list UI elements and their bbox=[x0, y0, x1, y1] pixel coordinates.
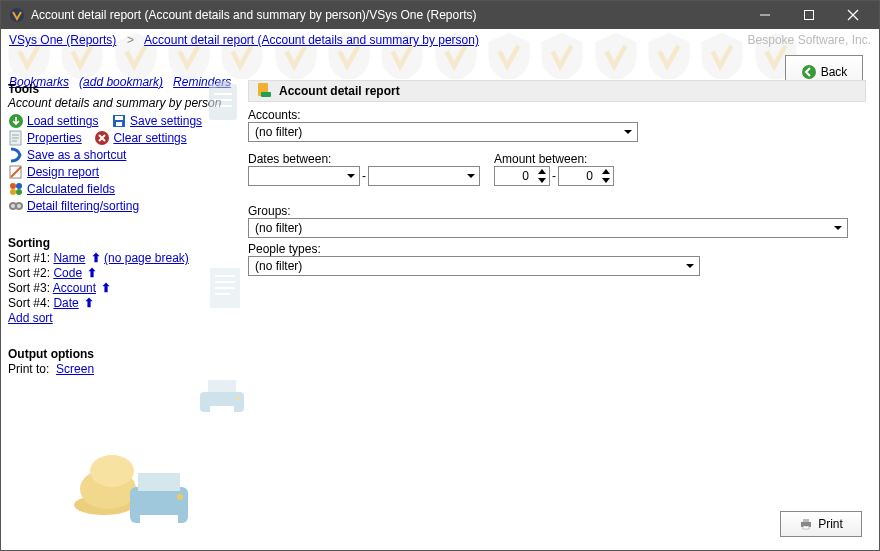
tools-heading: Tools bbox=[8, 82, 238, 96]
sort-row-3: Sort #3: Account ⬆ bbox=[8, 281, 238, 295]
breadcrumb-root[interactable]: VSys One (Reports) bbox=[9, 33, 116, 47]
people-types-value: (no filter) bbox=[255, 259, 302, 273]
sort-prefix: Sort #3: bbox=[8, 281, 50, 295]
accounts-combo[interactable]: (no filter) bbox=[248, 122, 638, 142]
accounts-value: (no filter) bbox=[255, 125, 302, 139]
groups-combo[interactable]: (no filter) bbox=[248, 218, 848, 238]
amount-to-input[interactable] bbox=[558, 166, 614, 186]
sort-field[interactable]: Code bbox=[53, 266, 82, 280]
window-title: Account detail report (Account details a… bbox=[31, 8, 743, 22]
sort-row-4: Sort #4: Date ⬆ bbox=[8, 296, 238, 310]
spin-buttons[interactable] bbox=[599, 167, 613, 185]
save-shortcut-link[interactable]: Save as a shortcut bbox=[27, 148, 126, 162]
accounts-label: Accounts: bbox=[248, 108, 866, 122]
svg-point-19 bbox=[236, 396, 240, 400]
load-settings-icon bbox=[8, 113, 24, 129]
add-sort-link[interactable]: Add sort bbox=[8, 311, 53, 325]
properties-icon bbox=[8, 130, 24, 146]
amount-from-input[interactable] bbox=[494, 166, 550, 186]
header-band: VSys One (Reports) > Account detail repo… bbox=[1, 29, 879, 79]
print-to-value[interactable]: Screen bbox=[56, 362, 94, 376]
date-from-input[interactable] bbox=[248, 166, 360, 186]
svg-rect-48 bbox=[261, 92, 271, 97]
people-types-label: People types: bbox=[248, 242, 866, 256]
sort-prefix: Sort #2: bbox=[8, 266, 50, 280]
content: Tools Account details and summary by per… bbox=[0, 76, 880, 551]
properties-link[interactable]: Properties bbox=[27, 131, 82, 145]
spin-buttons[interactable] bbox=[535, 167, 549, 185]
svg-rect-24 bbox=[138, 473, 180, 491]
amount-label: Amount between: bbox=[494, 152, 614, 166]
design-report-icon bbox=[8, 164, 24, 180]
svg-rect-50 bbox=[803, 519, 809, 522]
calculated-fields-icon bbox=[8, 181, 24, 197]
print-to-label: Print to: bbox=[8, 362, 49, 376]
svg-rect-18 bbox=[210, 406, 234, 420]
svg-point-22 bbox=[90, 455, 134, 487]
sort-field[interactable]: Date bbox=[53, 296, 78, 310]
sorting-heading: Sorting bbox=[8, 236, 238, 250]
sort-field[interactable]: Account bbox=[53, 281, 96, 295]
breadcrumb-current[interactable]: Account detail report (Account details a… bbox=[144, 33, 479, 47]
company-label: Bespoke Software, Inc. bbox=[748, 33, 871, 47]
detail-filtering-icon bbox=[8, 198, 24, 214]
minimize-button[interactable] bbox=[743, 1, 787, 29]
amount-separator: - bbox=[550, 169, 558, 183]
spin-down-icon[interactable] bbox=[599, 176, 613, 185]
people-types-combo[interactable]: (no filter) bbox=[248, 256, 700, 276]
amount-from-value[interactable] bbox=[495, 169, 531, 183]
chevron-down-icon bbox=[343, 171, 359, 181]
amount-to-value[interactable] bbox=[559, 169, 595, 183]
svg-point-26 bbox=[177, 494, 183, 500]
sidebar: Tools Account details and summary by per… bbox=[0, 76, 244, 551]
output-heading: Output options bbox=[8, 347, 238, 361]
sort-field[interactable]: Name bbox=[53, 251, 85, 265]
groups-label: Groups: bbox=[248, 204, 866, 218]
load-settings-link[interactable]: Load settings bbox=[27, 114, 98, 128]
design-report-link[interactable]: Design report bbox=[27, 165, 99, 179]
maximize-button[interactable] bbox=[787, 1, 831, 29]
sort-asc-icon[interactable]: ⬆ bbox=[89, 251, 101, 265]
spin-up-icon[interactable] bbox=[599, 167, 613, 176]
dates-label: Dates between: bbox=[248, 152, 480, 166]
printer-icon bbox=[799, 517, 813, 531]
clear-settings-icon bbox=[94, 130, 110, 146]
detail-filtering-link[interactable]: Detail filtering/sorting bbox=[27, 199, 139, 213]
save-settings-link[interactable]: Save settings bbox=[130, 114, 202, 128]
sort-prefix: Sort #4: bbox=[8, 296, 50, 310]
save-shortcut-icon bbox=[8, 147, 24, 163]
sort-page-break[interactable]: (no page break) bbox=[104, 251, 189, 265]
sort-asc-icon[interactable]: ⬆ bbox=[99, 281, 111, 295]
date-to-input[interactable] bbox=[368, 166, 480, 186]
main-panel: Account detail report Accounts: (no filt… bbox=[244, 76, 880, 551]
chevron-down-icon bbox=[681, 257, 699, 275]
sort-asc-icon[interactable]: ⬆ bbox=[85, 266, 97, 280]
print-button[interactable]: Print bbox=[780, 511, 862, 537]
svg-point-46 bbox=[17, 204, 21, 208]
panel-title: Account detail report bbox=[279, 84, 400, 98]
groups-value: (no filter) bbox=[255, 221, 302, 235]
panel-header: Account detail report bbox=[248, 80, 866, 102]
spin-down-icon[interactable] bbox=[535, 176, 549, 185]
svg-point-41 bbox=[10, 189, 16, 195]
breadcrumb: VSys One (Reports) > Account detail repo… bbox=[9, 33, 479, 47]
svg-point-40 bbox=[16, 183, 22, 189]
sort-asc-icon[interactable]: ⬆ bbox=[82, 296, 94, 310]
clear-settings-link[interactable]: Clear settings bbox=[113, 131, 186, 145]
titlebar: Account detail report (Account details a… bbox=[1, 1, 879, 29]
spin-up-icon[interactable] bbox=[535, 167, 549, 176]
save-settings-icon bbox=[111, 113, 127, 129]
clipboard-icon bbox=[206, 80, 240, 122]
svg-rect-6 bbox=[209, 84, 237, 120]
svg-rect-2 bbox=[805, 11, 814, 20]
output-section: Output options Print to: Screen bbox=[8, 347, 238, 376]
svg-point-39 bbox=[10, 183, 16, 189]
svg-rect-7 bbox=[216, 81, 230, 88]
sort-row-1: Sort #1: Name ⬆ (no page break) bbox=[8, 251, 238, 265]
print-label: Print bbox=[818, 517, 843, 531]
svg-point-42 bbox=[16, 189, 22, 195]
close-button[interactable] bbox=[831, 1, 875, 29]
breadcrumb-separator: > bbox=[120, 33, 142, 47]
chevron-down-icon bbox=[829, 219, 847, 237]
calculated-fields-link[interactable]: Calculated fields bbox=[27, 182, 115, 196]
